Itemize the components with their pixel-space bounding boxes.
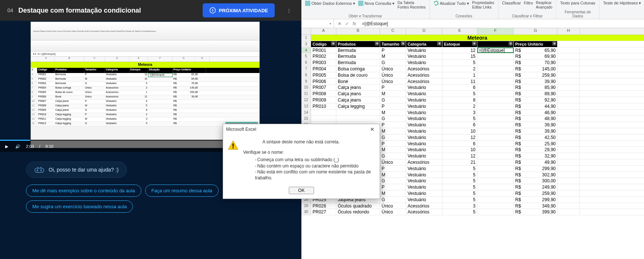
- fx-accept-icon[interactable]: ✓: [345, 21, 349, 26]
- fx-buttons: ✕ ✓ fx: [334, 21, 360, 26]
- chat-prompt-text: Oi, posso te dar uma ajuda? :): [49, 167, 118, 173]
- svg-rect-5: [358, 1, 363, 6]
- col-B[interactable]: B: [336, 28, 380, 34]
- thumb-ribbon-icons: [31, 40, 259, 52]
- table-row: 9PR006BonéÚnicoAcessórios11R$39,90: [301, 79, 644, 85]
- btn-classificar[interactable]: Classificar: [502, 1, 521, 5]
- ribbon-group-classificar: Classificar Filtro Reaplicar Avançado Cl…: [498, 0, 556, 19]
- th-col-f[interactable]: [477, 41, 514, 47]
- svg-point-3: [40, 170, 42, 171]
- thumb-rows: 4PR001BermudaPVestuário12=[@Estoque]R$65…: [31, 73, 259, 126]
- dialog-body: A sintaxe deste nome não está correta. V…: [223, 135, 380, 185]
- table-row: 4PR001BermudaPVestuário12=[@Estoque]R$65…: [301, 47, 644, 54]
- svg-rect-6: [233, 143, 234, 146]
- fx-icon[interactable]: fx: [353, 21, 356, 26]
- table-row: 5PR002BermudaMVestuário15R$69,90: [301, 53, 644, 60]
- lesson-header: 04 Destaque com formatação condicional P…: [0, 0, 301, 21]
- col-A[interactable]: A: [311, 28, 336, 34]
- btn-atualizar[interactable]: Atualizar Tudo ▾: [434, 1, 469, 6]
- btn-editar-links[interactable]: Editar Links: [472, 5, 494, 9]
- editing-cell[interactable]: =[@Estoque]: [477, 47, 514, 53]
- table-header-row: 3 Código Produtos Tamanho Categoria Esto…: [301, 41, 644, 47]
- dialog-footer: OK: [223, 185, 380, 199]
- table-row: 15GVestuário5R$48,90: [301, 116, 644, 122]
- th-codigo[interactable]: Código: [311, 41, 336, 47]
- excel-ribbon: Obter Dados Externos ▾ Nova Consulta ▾ D…: [301, 0, 644, 19]
- arrow-right-circle-icon: [209, 7, 216, 14]
- table-row: 30PR027Óculos redondoÚnicoAcessórios5R$3…: [301, 209, 644, 215]
- th-produtos[interactable]: Produtos: [336, 41, 380, 47]
- col-H[interactable]: H: [558, 28, 580, 34]
- col-F[interactable]: F: [477, 28, 514, 34]
- btn-fontes-recentes[interactable]: Fontes Recentes: [398, 5, 426, 9]
- svg-rect-7: [233, 147, 234, 149]
- btn-nova-consulta[interactable]: Nova Consulta ▾: [358, 1, 395, 6]
- time-current: 2:03: [26, 144, 34, 149]
- ribbon-label: Classificar e Filtrar: [502, 14, 552, 18]
- dialog-msg1: A sintaxe deste nome não está correta.: [228, 139, 374, 145]
- col-D[interactable]: D: [406, 28, 442, 34]
- time-total: 8:10: [45, 144, 53, 149]
- chat-bot-icon: [35, 166, 44, 173]
- btn-reaplicar[interactable]: Reaplicar: [536, 1, 552, 5]
- table-row: 7PR004Bolsa coringaÚnicoAcessórios2R$145…: [301, 66, 644, 72]
- lesson-title: Destaque com formatação condicional: [19, 7, 141, 14]
- thumb-thead: 3 Código Produtos Tamanho Categoria Esto…: [31, 68, 259, 73]
- chat-prompt[interactable]: Oi, posso te dar uma ajuda? :): [26, 162, 127, 178]
- suggestion-chips: Me dê mais exemplos sobre o conteúdo da …: [26, 185, 249, 213]
- btn-da-tabela[interactable]: Da Tabela: [398, 1, 426, 5]
- btn-obter-dados[interactable]: Obter Dados Externos ▾: [305, 1, 355, 6]
- table-row: 6PR003BermudaGVestuário5R$70,90: [301, 60, 644, 66]
- next-activity-button[interactable]: PRÓXIMA ATIVIDADE: [203, 3, 275, 17]
- col-C[interactable]: C: [380, 28, 406, 34]
- col-E[interactable]: E: [442, 28, 477, 34]
- th-estoque[interactable]: Estoque: [442, 41, 477, 47]
- dialog-title-text: Microsoft Excel: [226, 127, 256, 132]
- thumb-title: Meteora: [31, 62, 259, 68]
- btn-texto-colunas[interactable]: Texto para Colunas: [560, 1, 595, 5]
- select-all-corner[interactable]: [301, 28, 311, 34]
- more-options-button[interactable]: ⋮: [284, 5, 294, 16]
- name-box[interactable]: [301, 19, 334, 28]
- dialog-ok-button[interactable]: OK: [289, 187, 314, 194]
- table-row: 13PR010Calça leggingPVestuário2R$44,90: [301, 103, 644, 110]
- table-row: 10PR007Calça jeansPVestuário6R$85,90: [301, 84, 644, 91]
- dialog-titlebar: Microsoft Excel ✕: [223, 124, 380, 135]
- svg-rect-1: [35, 168, 44, 172]
- ribbon-group-obter: Obter Dados Externos ▾ Nova Consulta ▾ D…: [301, 0, 430, 19]
- formula-bar: ✕ ✓ fx =[@Estoque]: [301, 19, 644, 28]
- btn-propriedades[interactable]: Propriedades: [472, 1, 494, 5]
- dialog-bullets: Começa com uma letra ou sublinhado (_) N…: [255, 157, 374, 181]
- chip-examples[interactable]: Me dê mais exemplos sobre o conteúdo da …: [26, 185, 141, 197]
- ribbon-label: Ferramentas de Dados: [560, 10, 595, 18]
- svg-point-2: [37, 170, 38, 171]
- ribbon-group-teste: Teste de Hipóteses ▾ Prev: [599, 0, 644, 19]
- table-row: 8PR005Bolsa de couroÚnicoAcessórios1R$25…: [301, 72, 644, 79]
- th-categoria[interactable]: Categoria: [406, 41, 442, 47]
- fx-cancel-icon[interactable]: ✕: [338, 21, 341, 26]
- thumb-col-head: ABCDEFGH: [31, 57, 259, 62]
- chip-summary[interactable]: Faça um resumo dessa aula: [145, 185, 219, 197]
- table-row: 11PR008Calça jeansMVestuário5R$89,90: [301, 91, 644, 97]
- volume-button[interactable]: 🔊: [15, 143, 21, 149]
- next-activity-label: PRÓXIMA ATIVIDADE: [219, 8, 268, 13]
- dialog-bullet: Começa com uma letra ou sublinhado (_): [255, 157, 374, 163]
- btn-avancado[interactable]: Avançado: [536, 5, 552, 9]
- column-headers: A B C D E F G H: [301, 28, 644, 35]
- th-preco[interactable]: Preço Unitário: [514, 41, 558, 47]
- play-button[interactable]: ▶: [4, 143, 10, 149]
- time-sep: /: [39, 144, 40, 149]
- dialog-bullet: Não está em conflito com um nome existen…: [255, 169, 374, 181]
- btn-filtro[interactable]: Filtro: [524, 1, 533, 5]
- btn-teste-hipoteses[interactable]: Teste de Hipóteses ▾: [603, 1, 641, 6]
- col-G[interactable]: G: [514, 28, 558, 34]
- dialog-close-button[interactable]: ✕: [368, 126, 377, 132]
- chip-exercise[interactable]: Me sugira um exercício baseado nessa aul…: [26, 200, 133, 213]
- th-tamanho[interactable]: Tamanho: [380, 41, 406, 47]
- ribbon-group-conexoes: Atualizar Tudo ▾ Propriedades Editar Lin…: [430, 0, 498, 19]
- dialog-bullet: Não contém um espaço ou caractere não pe…: [255, 163, 374, 169]
- formula-input[interactable]: =[@Estoque]: [360, 21, 644, 26]
- error-dialog: Microsoft Excel ✕ A sintaxe deste nome n…: [223, 124, 380, 199]
- thumb-ribbon: Arquivo Página Inicial Inserir Layout Fó…: [31, 22, 259, 40]
- table-title[interactable]: Meteora: [311, 35, 644, 41]
